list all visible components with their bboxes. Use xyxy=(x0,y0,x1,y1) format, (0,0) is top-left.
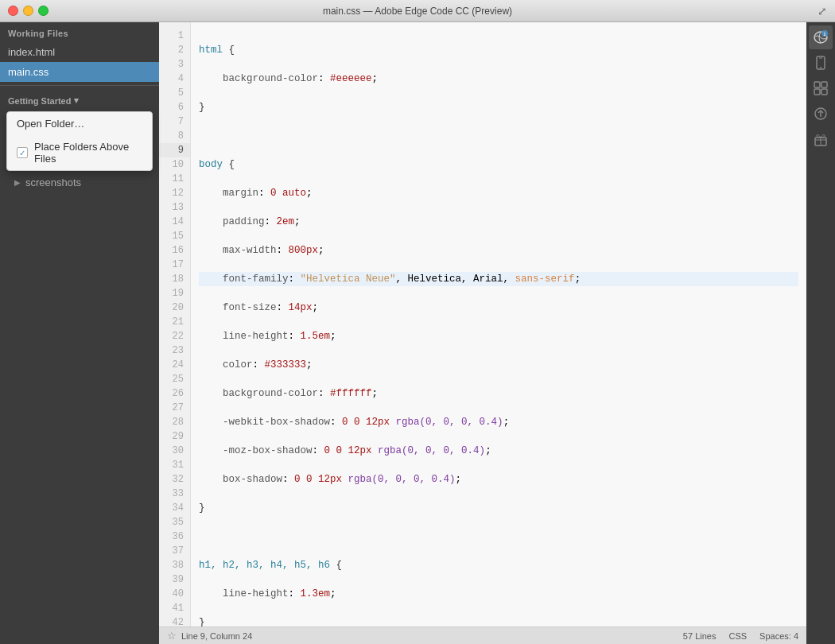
code-line: } xyxy=(199,615,798,627)
svg-rect-6 xyxy=(821,82,827,87)
live-preview-icon[interactable]: 1 xyxy=(809,25,833,49)
code-line: color: #333333; xyxy=(199,358,798,372)
language-mode[interactable]: CSS xyxy=(728,631,747,641)
status-left: ☆ Line 9, Column 24 xyxy=(167,630,252,642)
extensions-icon[interactable] xyxy=(809,76,833,100)
code-line: line-height: 1.5em; xyxy=(199,329,798,343)
code-line: -webkit-box-shadow: 0 0 12px rgba(0, 0, … xyxy=(199,415,798,429)
sidebar-file-main-css[interactable]: main.css xyxy=(0,62,159,82)
code-line: margin: 0 auto; xyxy=(199,186,798,200)
mobile-icon[interactable] xyxy=(809,51,833,75)
code-line: padding: 2em; xyxy=(199,215,798,229)
open-folder-item[interactable]: Open Folder… xyxy=(7,112,152,135)
sidebar: Working Files index.html main.css Gettin… xyxy=(0,22,159,644)
code-line: font-size: 14px; xyxy=(199,301,798,315)
code-line xyxy=(199,129,798,143)
getting-started-label: Getting Started xyxy=(8,96,71,106)
code-content[interactable]: html { background-color: #eeeeee; } body… xyxy=(191,22,806,627)
svg-rect-7 xyxy=(814,89,820,95)
status-bar: ☆ Line 9, Column 24 57 Lines CSS Spaces:… xyxy=(159,627,806,644)
gift-icon[interactable] xyxy=(809,127,833,151)
place-folders-item[interactable]: ✓ Place Folders Above Files xyxy=(7,135,152,170)
code-line: body { xyxy=(199,157,798,172)
window-title: main.css — Adobe Edge Code CC (Preview) xyxy=(323,6,512,17)
bookmark-icon[interactable]: ☆ xyxy=(167,630,177,642)
titlebar: main.css — Adobe Edge Code CC (Preview) … xyxy=(0,0,835,22)
expand-icon[interactable]: ⤢ xyxy=(818,5,827,17)
line-count: 57 Lines xyxy=(683,631,717,641)
code-line: max-width: 800px; xyxy=(199,243,798,258)
svg-point-3 xyxy=(820,67,821,68)
indentation[interactable]: Spaces: 4 xyxy=(759,631,798,641)
sidebar-file-index[interactable]: index.html xyxy=(0,42,159,62)
code-line: box-shadow: 0 0 12px rgba(0, 0, 0, 0.4); xyxy=(199,472,798,487)
code-line: h1, h2, h3, h4, h5, h6 { xyxy=(199,558,798,572)
folder-arrow-icon: ▶ xyxy=(14,178,21,187)
getting-started-section[interactable]: Getting Started ▾ xyxy=(0,89,159,110)
code-line: line-height: 1.3em; xyxy=(199,587,798,601)
open-folder-label: Open Folder… xyxy=(17,118,84,130)
chevron-down-icon: ▾ xyxy=(74,95,79,106)
code-container[interactable]: 1 2 3 4 5 6 7 8 9 10 11 12 13 14 15 16 1… xyxy=(159,22,806,627)
window-controls xyxy=(8,6,49,16)
folder-name: screenshots xyxy=(25,177,81,188)
code-line: background-color: #eeeeee; xyxy=(199,72,798,86)
code-line: } xyxy=(199,501,798,515)
svg-rect-5 xyxy=(814,82,820,87)
close-button[interactable] xyxy=(8,6,18,16)
place-folders-checkbox[interactable]: ✓ xyxy=(17,147,28,158)
code-line xyxy=(199,530,798,544)
code-line: html { xyxy=(199,43,798,57)
cursor-position: Line 9, Column 24 xyxy=(181,631,252,641)
svg-rect-8 xyxy=(821,89,827,95)
svg-text:1: 1 xyxy=(824,32,826,37)
sidebar-folder-screenshots[interactable]: ▶ screenshots xyxy=(0,173,159,192)
code-line: background-color: #ffffff; xyxy=(199,386,798,401)
code-line: } xyxy=(199,100,798,114)
maximize-button[interactable] xyxy=(38,6,49,16)
minimize-button[interactable] xyxy=(23,6,33,16)
working-files-label: Working Files xyxy=(0,22,159,42)
code-line: -moz-box-shadow: 0 0 12px rgba(0, 0, 0, … xyxy=(199,444,798,458)
update-icon[interactable] xyxy=(809,102,833,126)
sidebar-divider xyxy=(0,85,159,86)
getting-started-dropdown: Open Folder… ✓ Place Folders Above Files xyxy=(6,111,153,171)
right-panel: 1 xyxy=(806,22,835,644)
status-right: 57 Lines CSS Spaces: 4 xyxy=(683,631,798,641)
editor-area: 1 2 3 4 5 6 7 8 9 10 11 12 13 14 15 16 1… xyxy=(159,22,806,644)
place-folders-label: Place Folders Above Files xyxy=(34,141,142,165)
code-line-current: font-family: "Helvetica Neue", Helvetica… xyxy=(199,272,798,286)
main-layout: Working Files index.html main.css Gettin… xyxy=(0,22,835,644)
line-numbers: 1 2 3 4 5 6 7 8 9 10 11 12 13 14 15 16 1… xyxy=(159,22,191,627)
